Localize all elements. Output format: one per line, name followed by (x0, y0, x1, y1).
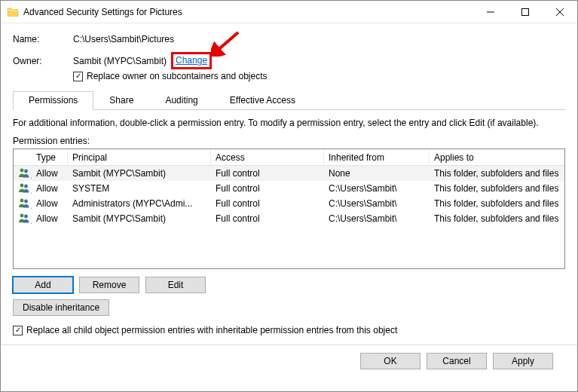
col-principal[interactable]: Principal (68, 150, 211, 165)
folder-icon (7, 6, 19, 18)
cancel-button[interactable]: Cancel (427, 353, 487, 369)
cell-principal: Sambit (MYPC\Sambit) (68, 212, 211, 225)
svg-point-8 (20, 213, 24, 217)
svg-point-9 (24, 214, 28, 218)
tab-share[interactable]: Share (93, 91, 149, 110)
cell-inherited: C:\Users\Sambit\ (324, 182, 430, 195)
replace-children-checkbox[interactable]: ✓ (13, 326, 23, 335)
window-title: Advanced Security Settings for Pictures (23, 7, 182, 17)
table-header: Type Principal Access Inherited from App… (14, 149, 564, 166)
replace-children-label: Replace all child object permission entr… (26, 325, 397, 335)
name-value: C:\Users\Sambit\Pictures (73, 34, 174, 44)
edit-button[interactable]: Edit (145, 277, 206, 293)
tab-auditing[interactable]: Auditing (149, 91, 213, 110)
cell-access: Full control (211, 182, 324, 195)
cell-inherited: None (324, 167, 430, 180)
svg-point-4 (20, 183, 24, 187)
cell-applies: This folder, subfolders and files (430, 197, 564, 210)
replace-owner-checkbox[interactable]: ✓ (73, 72, 83, 81)
table-row[interactable]: AllowSYSTEMFull controlC:\Users\Sambit\T… (14, 181, 564, 196)
maximize-button[interactable] (508, 1, 543, 23)
cell-type: Allow (32, 182, 68, 195)
cell-applies: This folder, subfolders and files (430, 212, 564, 225)
owner-value: Sambit (MYPC\Sambit) (73, 56, 167, 66)
col-access[interactable]: Access (211, 150, 324, 165)
table-row[interactable]: AllowSambit (MYPC\Sambit)Full controlNon… (14, 166, 564, 181)
svg-point-2 (20, 168, 24, 172)
instruction-text: For additional information, double-click… (13, 118, 565, 128)
cell-access: Full control (211, 167, 324, 180)
tab-permissions[interactable]: Permissions (13, 91, 93, 110)
cell-principal: SYSTEM (68, 182, 211, 195)
cell-access: Full control (211, 197, 324, 210)
svg-point-6 (20, 198, 24, 202)
owner-label: Owner: (13, 56, 73, 66)
tab-bar: Permissions Share Auditing Effective Acc… (13, 90, 565, 110)
tab-effective-access[interactable]: Effective Access (214, 91, 311, 110)
svg-point-5 (24, 184, 28, 188)
disable-inheritance-button[interactable]: Disable inheritance (13, 299, 109, 316)
permission-table: Type Principal Access Inherited from App… (13, 149, 565, 269)
change-owner-link[interactable]: Change (171, 52, 212, 69)
add-button[interactable]: Add (13, 277, 73, 293)
cell-type: Allow (32, 212, 68, 225)
name-label: Name: (13, 34, 73, 44)
col-inherited[interactable]: Inherited from (324, 150, 430, 165)
remove-button[interactable]: Remove (79, 277, 139, 293)
entries-label: Permission entries: (13, 136, 565, 146)
table-row[interactable]: AllowSambit (MYPC\Sambit)Full controlC:\… (14, 211, 564, 226)
replace-owner-label: Replace owner on subcontainers and objec… (87, 71, 267, 81)
svg-point-3 (24, 169, 28, 173)
user-icon (14, 210, 32, 228)
cell-applies: This folder, subfolders and files (430, 182, 564, 195)
titlebar: Advanced Security Settings for Pictures (1, 1, 577, 23)
cell-inherited: C:\Users\Sambit\ (324, 212, 430, 225)
highlight-annotation: Change (171, 52, 212, 69)
apply-button[interactable]: Apply (493, 353, 553, 369)
cell-principal: Sambit (MYPC\Sambit) (68, 167, 211, 180)
svg-point-7 (24, 199, 28, 203)
cell-inherited: C:\Users\Sambit\ (324, 197, 430, 210)
svg-rect-0 (522, 8, 529, 15)
cell-access: Full control (211, 212, 324, 225)
col-type[interactable]: Type (32, 150, 68, 165)
close-button[interactable] (543, 1, 577, 23)
cell-principal: Administrators (MYPC\Admi... (68, 197, 211, 210)
ok-button[interactable]: OK (360, 353, 421, 369)
cell-applies: This folder, subfolders and files (430, 167, 564, 180)
minimize-button[interactable] (473, 1, 508, 23)
col-applies[interactable]: Applies to (430, 150, 564, 165)
cell-type: Allow (32, 197, 68, 210)
cell-type: Allow (32, 167, 68, 180)
table-row[interactable]: AllowAdministrators (MYPC\Admi...Full co… (14, 196, 564, 211)
